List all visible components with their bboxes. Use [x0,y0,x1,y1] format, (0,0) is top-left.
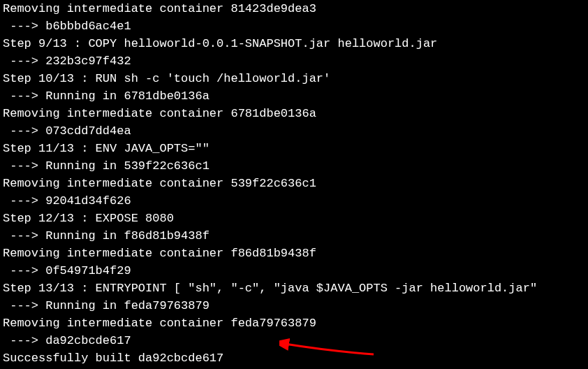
terminal-line: ---> 073cdd7dd4ea [3,122,585,140]
terminal-line: Step 9/13 : COPY helloworld-0.0.1-SNAPSH… [3,35,585,52]
terminal-line: ---> Running in 539f22c636c1 [3,157,585,175]
terminal-line: ---> 92041d34f626 [3,192,585,210]
terminal-line: Step 10/13 : RUN sh -c 'touch /helloworl… [3,70,585,87]
terminal-line: ---> Running in 6781dbe0136a [3,87,585,105]
terminal-line: ---> b6bbbd6ac4e1 [3,17,585,35]
terminal-line: Removing intermediate container 81423de9… [3,0,585,17]
terminal-line: Removing intermediate container f86d81b9… [3,245,585,262]
terminal-line: ---> Running in feda79763879 [3,297,585,314]
terminal-output: Removing intermediate container 81423de9… [0,0,588,369]
terminal-line: ---> Running in f86d81b9438f [3,227,585,245]
terminal-line: Step 13/13 : ENTRYPOINT [ "sh", "-c", "j… [3,280,585,297]
terminal-line: Removing intermediate container 6781dbe0… [3,105,585,122]
terminal-line: Step 11/13 : ENV JAVA_OPTS="" [3,140,585,157]
terminal-line: ---> 0f54971b4f29 [3,262,585,280]
terminal-line: Removing intermediate container feda7976… [3,314,585,332]
terminal-line: Step 12/13 : EXPOSE 8080 [3,210,585,227]
terminal-line: Removing intermediate container 539f22c6… [3,175,585,192]
terminal-line: ---> 232b3c97f432 [3,52,585,70]
terminal-line: ---> da92cbcde617 [3,332,585,349]
terminal-line: Successfully built da92cbcde617 [3,349,585,367]
